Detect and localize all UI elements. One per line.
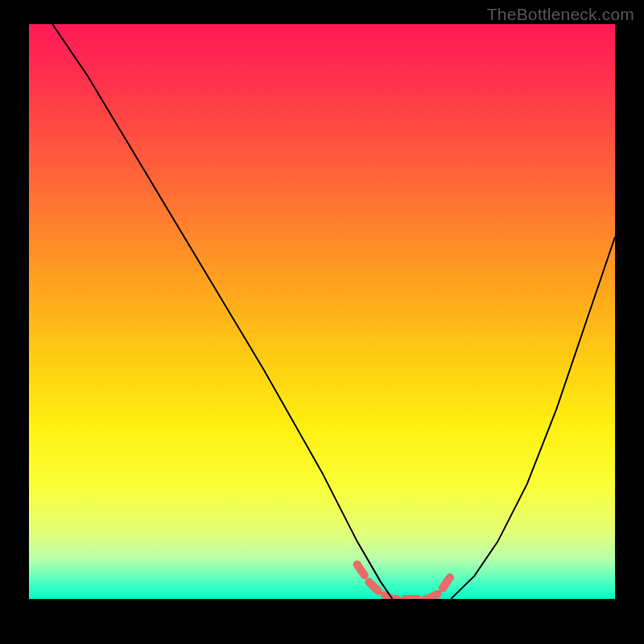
plot-area — [29, 24, 615, 599]
chart-container: TheBottleneck.com — [0, 0, 644, 644]
watermark-text: TheBottleneck.com — [487, 5, 634, 24]
bottom-highlight-line — [357, 564, 452, 599]
left-branch-line — [52, 24, 392, 599]
chart-svg — [29, 24, 615, 599]
right-branch-line — [451, 237, 615, 599]
